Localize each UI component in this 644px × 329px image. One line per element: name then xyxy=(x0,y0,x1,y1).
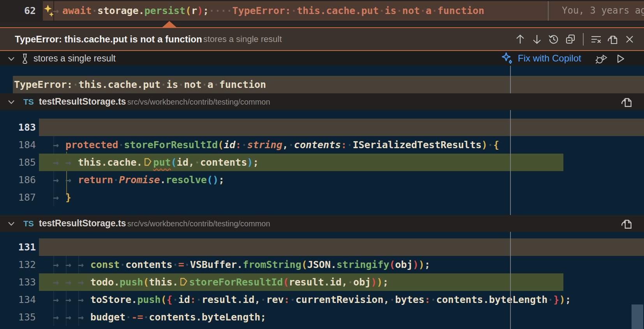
line-number: 133 xyxy=(0,273,36,291)
line-number: 187 xyxy=(0,189,36,206)
file-path: src/vs/workbench/contrib/testing/common xyxy=(127,93,270,110)
blame-separator xyxy=(548,1,549,21)
test-name-label: stores a single result xyxy=(33,51,116,66)
chevron-down-icon[interactable] xyxy=(6,97,16,107)
file-name: testResultStorage.ts xyxy=(39,93,126,110)
fix-with-copilot-button[interactable]: Fix with Copilot xyxy=(501,51,581,66)
code-line[interactable]: 186→→return·Promise.resolve(); xyxy=(0,171,644,189)
peek-anchor-notch xyxy=(162,21,176,27)
copy-page-icon[interactable] xyxy=(621,96,633,108)
code-line[interactable]: 132→→→const·contents·=·VSBuffer.fromStri… xyxy=(0,256,644,273)
code-line-content[interactable]: →→→const·contents·=·VSBuffer.fromString(… xyxy=(53,256,430,273)
code-line[interactable]: 135→→→budget·-=·contents.byteLength; xyxy=(0,308,644,326)
arrow-down-icon[interactable] xyxy=(531,33,543,45)
code-line-content[interactable]: →→→todo.push(this.storeForResultId(resul… xyxy=(53,273,389,291)
copilot-sparkle-icon xyxy=(501,51,515,65)
code-line-content[interactable]: →protected·storeForResultId(id:·string,·… xyxy=(53,136,499,154)
file-section-header[interactable]: TS testResultStorage.ts src/vs/workbench… xyxy=(0,215,644,232)
test-message-pentagon-icon[interactable] xyxy=(144,156,152,167)
line-number: 62 xyxy=(0,0,36,22)
code-line[interactable]: 183 xyxy=(0,119,644,136)
line-highlight xyxy=(39,238,644,256)
code-line[interactable]: 185→→this.cache.put(id,·contents); xyxy=(0,154,644,171)
code-line-content[interactable]: →→→toStore.push({·id:·result.id,·rev:·cu… xyxy=(53,291,571,308)
line-number: 131 xyxy=(0,238,36,256)
code-line[interactable]: 131 xyxy=(0,238,644,256)
editor-ruler xyxy=(510,66,511,93)
arrow-up-icon[interactable] xyxy=(514,33,526,45)
peek-subtitle: stores a single result xyxy=(203,28,282,50)
typescript-badge: TS xyxy=(23,215,34,232)
toolbar-separator xyxy=(583,33,584,46)
code-line[interactable]: 133→→→todo.push(this.storeForResultId(re… xyxy=(0,273,644,291)
file-name: testResultStorage.ts xyxy=(39,215,126,232)
clear-all-icon[interactable] xyxy=(590,33,602,45)
error-message-text[interactable]: TypeError:·this.cache.put·is·not·a·funct… xyxy=(14,76,266,93)
beaker-icon xyxy=(19,53,30,65)
open-in-editor-icon[interactable] xyxy=(607,33,619,45)
chevron-down-icon[interactable] xyxy=(6,219,16,229)
history-icon[interactable] xyxy=(548,33,560,45)
versions-icon[interactable] xyxy=(565,33,576,45)
typescript-badge: TS xyxy=(23,93,34,110)
line-number: 183 xyxy=(0,119,36,136)
line-number: 186 xyxy=(0,171,36,189)
line-number: 134 xyxy=(0,291,36,308)
code-line[interactable]: 187→} xyxy=(0,189,644,206)
code-line-content[interactable]: →} xyxy=(53,189,71,206)
code-line-content[interactable]: →→this.cache.put(id,·contents); xyxy=(53,154,259,171)
scrollbar-slider[interactable] xyxy=(632,304,643,329)
run-test-icon[interactable] xyxy=(614,53,626,65)
git-blame-annotation[interactable]: You, 3 years ago xyxy=(562,0,644,22)
line-number: 184 xyxy=(0,136,36,154)
peek-actions xyxy=(514,28,635,50)
code-excerpt-editor[interactable]: 183184→protected·storeForResultId(id:·st… xyxy=(0,110,644,215)
editor-ruler xyxy=(510,232,511,329)
close-icon[interactable] xyxy=(624,33,635,45)
editor-gap xyxy=(0,22,644,27)
code-excerpt-editor[interactable]: 131132→→→const·contents·=·VSBuffer.fromS… xyxy=(0,232,644,329)
peek-header: TypeError: this.cache.put is not a funct… xyxy=(0,27,644,51)
test-message-area[interactable]: TypeError:·this.cache.put·is·not·a·funct… xyxy=(0,66,644,93)
code-line-content[interactable]: →→→budget·-=·contents.byteLength; xyxy=(53,308,266,326)
editor-active-line[interactable]: 62 →await·storage.persist(r);····TypeErr… xyxy=(0,0,644,22)
line-highlight xyxy=(39,119,644,136)
file-section-header[interactable]: TS testResultStorage.ts src/vs/workbench… xyxy=(0,93,644,110)
code-line-content[interactable]: →→return·Promise.resolve(); xyxy=(53,171,224,189)
peek-title: TypeError: this.cache.put is not a funct… xyxy=(15,28,202,50)
line-number: 132 xyxy=(0,256,36,273)
file-path: src/vs/workbench/contrib/testing/common xyxy=(127,215,270,232)
chevron-down-icon[interactable] xyxy=(6,54,16,64)
test-message-pentagon-icon[interactable] xyxy=(179,276,188,287)
line-highlight xyxy=(39,189,644,206)
vscode-test-error-peek: 62 →await·storage.persist(r);····TypeErr… xyxy=(0,0,644,329)
code-line-62[interactable]: →await·storage.persist(r);····TypeError:… xyxy=(53,0,484,22)
line-number: 185 xyxy=(0,154,36,171)
fix-with-copilot-label: Fix with Copilot xyxy=(518,53,581,64)
line-number: 135 xyxy=(0,308,36,326)
code-line[interactable]: 134→→→toStore.push({·id:·result.id,·rev:… xyxy=(0,291,644,308)
editor-ruler xyxy=(510,110,511,215)
debug-test-icon[interactable] xyxy=(595,53,608,65)
test-result-row[interactable]: stores a single result Fix with Copilot xyxy=(0,51,644,66)
copy-page-icon[interactable] xyxy=(621,217,633,230)
code-line[interactable]: 184→protected·storeForResultId(id:·strin… xyxy=(0,136,644,154)
